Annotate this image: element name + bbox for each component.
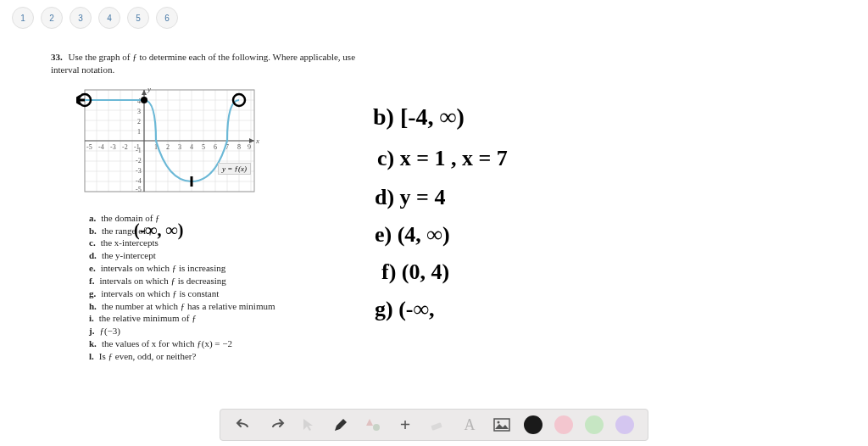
svg-text:1: 1	[137, 128, 141, 136]
color-black[interactable]	[524, 415, 542, 434]
svg-text:4: 4	[137, 98, 141, 105]
svg-text:3: 3	[178, 143, 181, 151]
svg-text:3: 3	[137, 108, 141, 115]
subpart-j: j.ƒ(−3)	[89, 325, 834, 337]
svg-text:2: 2	[166, 143, 170, 151]
add-tool[interactable]: +	[395, 415, 415, 435]
pointer-tool[interactable]	[298, 415, 319, 435]
svg-text:-3: -3	[136, 167, 142, 175]
page-nav-4[interactable]: 4	[98, 7, 120, 29]
function-graph: -5 -4 -3 -2 -1 123456789 1234 -1-2-3-4-5…	[76, 81, 263, 209]
page-nav-2[interactable]: 2	[41, 7, 63, 29]
redo-button[interactable]	[266, 415, 287, 435]
svg-text:2: 2	[137, 118, 141, 125]
svg-text:-5: -5	[86, 143, 92, 151]
svg-text:6: 6	[214, 143, 217, 151]
subpart-a: a.the domain of ƒ	[89, 212, 834, 225]
subpart-l: l.Is ƒ even, odd, or neither?	[89, 350, 834, 363]
svg-text:5: 5	[202, 143, 205, 151]
color-pink[interactable]	[554, 415, 573, 434]
svg-text:-3: -3	[110, 143, 116, 151]
subpart-k: k.the values of x for which ƒ(x) = −2	[89, 337, 834, 350]
text-tool[interactable]: A	[459, 415, 480, 435]
subpart-d: d.the y-intercept	[89, 249, 834, 262]
svg-text:-4: -4	[136, 177, 142, 185]
graph-equation-label: y = ƒ(x)	[218, 163, 251, 175]
svg-text:9: 9	[248, 143, 251, 151]
page-nav-6[interactable]: 6	[156, 7, 178, 29]
subpart-h: h.the number at which ƒ has a relative m…	[89, 300, 834, 313]
page-nav-1[interactable]: 1	[12, 7, 34, 29]
svg-text:-4: -4	[98, 143, 104, 151]
svg-text:y: y	[147, 85, 151, 93]
svg-text:-2: -2	[136, 157, 142, 164]
subpart-e: e.intervals on which ƒ is increasing	[89, 262, 834, 275]
svg-text:-2: -2	[122, 143, 128, 151]
worksheet-content: 33. Use the graph of ƒ to determine each…	[0, 36, 868, 363]
pencil-tool[interactable]	[331, 415, 351, 435]
shapes-tool[interactable]	[363, 415, 383, 435]
svg-rect-64	[431, 422, 442, 431]
page-nav-3[interactable]: 3	[70, 7, 92, 29]
problem-prompt: 33. Use the graph of ƒ to determine each…	[51, 51, 356, 76]
undo-button[interactable]	[234, 415, 254, 435]
svg-point-58	[141, 97, 147, 103]
drawing-toolbar: + A	[220, 409, 648, 441]
image-tool[interactable]	[492, 415, 512, 435]
svg-marker-30	[142, 90, 147, 95]
color-purple[interactable]	[615, 415, 634, 434]
svg-marker-61	[76, 95, 80, 105]
problem-text: Use the graph of ƒ to determine each of …	[51, 52, 355, 75]
page-navigation: 1 2 3 4 5 6	[0, 0, 868, 36]
svg-text:x: x	[255, 137, 259, 145]
svg-marker-62	[366, 419, 373, 426]
page-nav-5[interactable]: 5	[127, 7, 149, 29]
problem-number: 33.	[51, 52, 63, 62]
graph-container: -5 -4 -3 -2 -1 123456789 1234 -1-2-3-4-5…	[76, 81, 263, 209]
subpart-c: c.the x-intercepts	[89, 237, 834, 249]
svg-text:4: 4	[190, 143, 193, 151]
subpart-f: f.intervals on which ƒ is decreasing	[89, 275, 834, 287]
subpart-b: b.the range of ƒ	[89, 225, 834, 237]
svg-text:-5: -5	[136, 186, 142, 193]
svg-point-63	[373, 424, 380, 431]
subpart-g: g.intervals on which ƒ is constant	[89, 287, 834, 300]
subparts-list: a.the domain of ƒ b.the range of ƒ c.the…	[89, 212, 834, 363]
eraser-tool[interactable]	[427, 415, 448, 435]
svg-text:8: 8	[237, 143, 241, 151]
color-green[interactable]	[585, 415, 604, 434]
subpart-i: i.the relative minimum of ƒ	[89, 312, 834, 325]
svg-point-66	[498, 421, 500, 424]
svg-text:-1: -1	[136, 147, 142, 154]
